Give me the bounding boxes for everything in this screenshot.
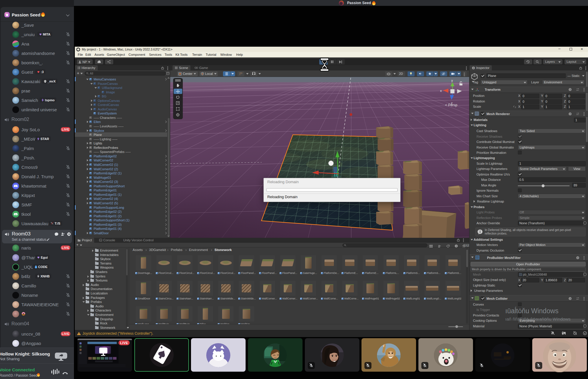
svg-text:< Persp: < Persp bbox=[445, 103, 457, 107]
svg-text:?: ? bbox=[570, 89, 571, 91]
svg-text:x: x bbox=[440, 89, 442, 92]
svg-text:?: ? bbox=[577, 257, 578, 259]
svg-text:y: y bbox=[451, 79, 453, 82]
svg-text:?: ? bbox=[570, 298, 571, 300]
svg-text:?: ? bbox=[570, 113, 571, 115]
